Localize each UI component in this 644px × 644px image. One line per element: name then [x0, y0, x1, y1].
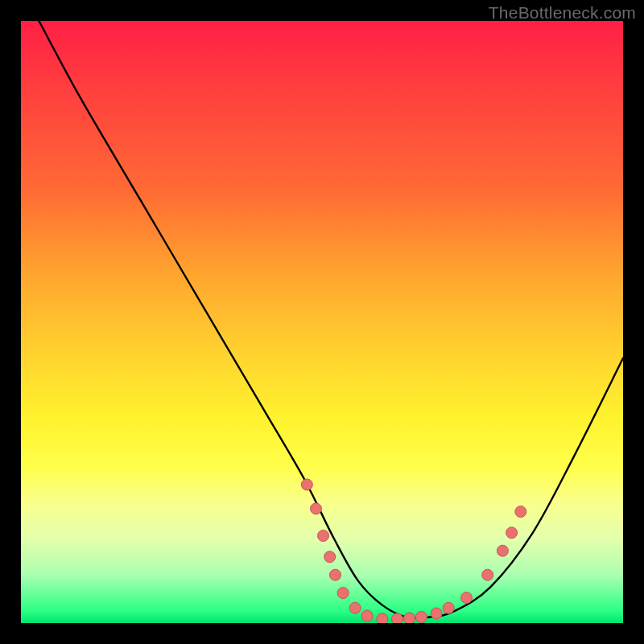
bottleneck-curve — [39, 21, 623, 618]
curve-marker — [392, 613, 403, 623]
plot-area — [21, 21, 623, 623]
chart-stage: TheBottleneck.com — [0, 0, 644, 644]
curve-marker — [443, 602, 454, 613]
curve-markers — [301, 479, 526, 623]
curve-marker — [311, 503, 322, 514]
curve-marker — [482, 569, 493, 580]
curve-layer — [21, 21, 623, 623]
watermark-text: TheBottleneck.com — [489, 3, 636, 23]
curve-marker — [377, 613, 388, 623]
curve-marker — [324, 551, 336, 563]
curve-marker — [431, 608, 442, 619]
curve-marker — [461, 592, 473, 604]
curve-marker — [337, 588, 349, 599]
curve-marker — [515, 506, 526, 518]
curve-marker — [497, 545, 508, 556]
curve-marker — [506, 527, 518, 539]
curve-marker — [301, 479, 312, 490]
curve-marker — [415, 612, 427, 623]
curve-marker — [349, 602, 361, 613]
curve-marker — [318, 530, 329, 542]
curve-marker — [404, 613, 415, 623]
curve-marker — [330, 569, 341, 580]
curve-marker — [361, 610, 373, 621]
